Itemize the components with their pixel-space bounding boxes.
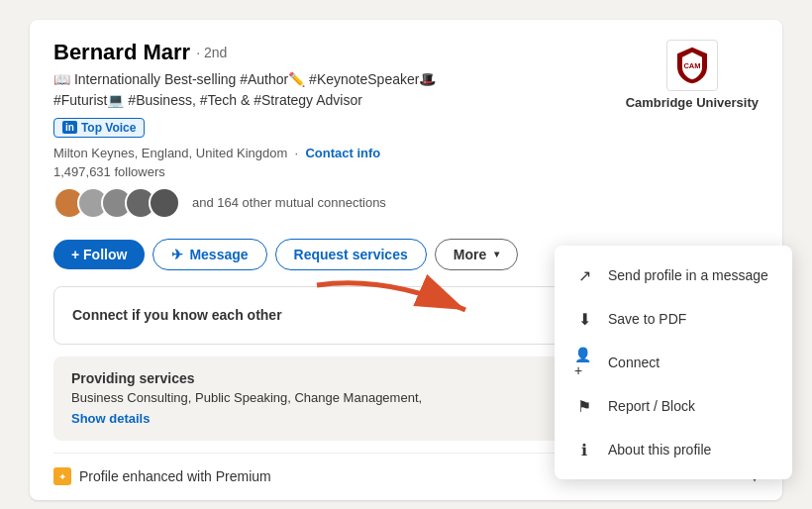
profile-name: Bernard Marr [53, 40, 190, 65]
profile-name-row: Bernard Marr · 2nd [53, 40, 610, 65]
dropdown-item-send-profile[interactable]: ↗ Send profile in a message [555, 254, 792, 297]
save-pdf-icon: ⬇ [574, 309, 594, 329]
badge-label: Top Voice [81, 121, 137, 135]
message-icon: ✈ [171, 247, 183, 262]
connect-banner-text: Connect if you know each other [72, 307, 282, 323]
follow-button[interactable]: + Follow [53, 240, 145, 269]
headline: 📖 Internationally Best-selling #Author✏️… [53, 69, 610, 111]
premium-text: Profile enhanced with Premium [79, 468, 271, 484]
dropdown-item-connect[interactable]: 👤+ Connect [555, 341, 792, 384]
dropdown-menu-container: ↗ Send profile in a message ⬇ Save to PD… [555, 246, 792, 479]
dropdown-item-save-pdf[interactable]: ⬇ Save to PDF [555, 297, 792, 341]
profile-left: Bernard Marr · 2nd 📖 Internationally Bes… [53, 40, 610, 235]
dropdown-menu: ↗ Send profile in a message ⬇ Save to PD… [555, 246, 792, 479]
headline-line2: #Futurist💻 #Business, #Tech & #Strategy … [53, 92, 362, 108]
dropdown-item-report[interactable]: ⚑ Report / Block [555, 384, 792, 428]
degree-badge: · 2nd [196, 45, 227, 60]
location-row: Milton Keynes, England, United Kingdom ·… [53, 146, 610, 160]
contact-info-link[interactable]: Contact info [305, 146, 380, 160]
show-details-link[interactable]: Show details [71, 411, 150, 426]
university-name: Cambridge University [626, 95, 759, 110]
request-services-button[interactable]: Request services [275, 239, 427, 270]
chevron-down-icon: ▾ [494, 249, 499, 259]
followers-count: 1,497,631 followers [53, 164, 165, 179]
message-button[interactable]: ✈ Message [152, 239, 266, 270]
more-label: More [454, 247, 486, 262]
connect-menu-label: Connect [608, 355, 660, 370]
linkedin-icon: in [62, 121, 77, 134]
mutual-text: and 164 other mutual connections [192, 195, 386, 210]
send-profile-icon: ↗ [574, 265, 594, 285]
save-pdf-label: Save to PDF [608, 311, 686, 327]
info-icon: ℹ [574, 440, 594, 459]
message-label: Message [189, 247, 248, 262]
profile-header: Bernard Marr · 2nd 📖 Internationally Bes… [53, 40, 759, 235]
followers-row: 1,497,631 followers [53, 164, 610, 179]
dropdown-item-about[interactable]: ℹ About this profile [555, 428, 792, 471]
top-voice-badge: in Top Voice [53, 118, 145, 138]
connect-menu-icon: 👤+ [574, 353, 594, 372]
about-label: About this profile [608, 442, 711, 458]
more-button[interactable]: More ▾ [435, 239, 518, 270]
avatars [53, 187, 172, 219]
location-text: Milton Keynes, England, United Kingdom [53, 146, 287, 160]
svg-text:CAM: CAM [683, 61, 700, 70]
premium-left: ✦ Profile enhanced with Premium [53, 467, 271, 485]
avatar [149, 187, 180, 219]
report-label: Report / Block [608, 398, 695, 414]
profile-card: Bernard Marr · 2nd 📖 Internationally Bes… [30, 20, 782, 500]
flag-icon: ⚑ [574, 396, 594, 416]
profile-right: CAM Cambridge University [626, 40, 759, 110]
premium-icon: ✦ [53, 467, 71, 485]
mutual-connections: and 164 other mutual connections [53, 187, 610, 219]
university-logo: CAM [666, 40, 718, 91]
send-profile-label: Send profile in a message [608, 267, 768, 283]
headline-line1: 📖 Internationally Best-selling #Author✏️… [53, 71, 436, 87]
